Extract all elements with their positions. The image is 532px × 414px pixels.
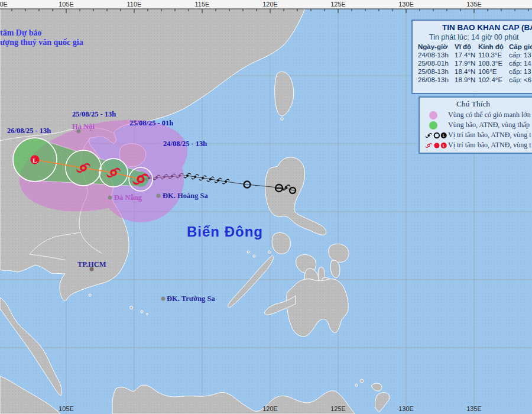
red-storm-markers-icon: L (420, 140, 448, 151)
city-label-danang: Đà Nẵng (114, 193, 142, 202)
low-pressure-L-symbol: L (31, 156, 40, 164)
violet-area-icon (420, 111, 448, 120)
col-header: Vĩ độ (455, 43, 478, 51)
axis-label-bottom: 120E (260, 405, 280, 412)
legend-item: L Vị trí tâm bão, ATNĐ, vùng t (420, 130, 532, 140)
svg-text:L: L (33, 157, 37, 164)
hoangsa-dot (157, 194, 161, 198)
axis-label-bottom: 135E (464, 405, 484, 412)
sea-name-label: Biển Đông (187, 224, 263, 240)
axis-label-top: 105E (56, 1, 76, 8)
truongsa-dot (161, 297, 166, 301)
legend-item: Vùng có thể có gió mạnh lớn (420, 110, 532, 120)
axis-label-top: 110E (124, 1, 144, 8)
track-time-label: 25/08/25 - 13h (72, 110, 116, 119)
danang-dot (108, 196, 112, 200)
svg-text:L: L (443, 133, 445, 137)
track-time-label: 25/08/25 - 01h (129, 119, 173, 128)
bulletin-title: TIN BAO KHAN CAP (BA (413, 21, 532, 32)
axis-label-top: 115E (192, 1, 212, 8)
axis-label-bottom: 130E (396, 405, 416, 412)
agency-credit-line2: ượng thuỷ văn quốc gia (0, 38, 83, 47)
axis-label-top: 125E (328, 1, 348, 8)
label-truong-sa: ĐK. Trường Sa (167, 295, 215, 303)
legend-item: L Vị trí tâm bão, ATNĐ, vùng t (420, 140, 532, 150)
forecast-table-header: Ngày-giờ Vĩ độ Kinh độ Cấp gió (418, 43, 532, 51)
black-storm-markers-icon: L (420, 130, 448, 141)
axis-label-bottom: 105E (56, 405, 76, 412)
forecast-row: 26/08-13h18.9°N 102.4°Ecấp: <6 (418, 76, 532, 84)
forecast-table: Ngày-giờ Vĩ độ Kinh độ Cấp gió 24/08-13h… (418, 43, 532, 84)
warning-bulletin-panel: TIN BAO KHAN CAP (BA Tin phát lúc: 14 gi… (411, 20, 532, 94)
city-label-hanoi: Hà Nội (72, 122, 95, 131)
forecast-row: 24/08-13h17.4°N 110.3°Ecấp: 13 (418, 51, 532, 59)
svg-text:L: L (443, 143, 445, 147)
forecast-row: 25/08-01h17.9°N 108.3°Ecấp: 14 (418, 59, 532, 67)
forecast-row: 25/08-13h18.4°N 106°Ecấp: 13 (418, 67, 532, 76)
col-header: Kinh độ (478, 43, 509, 51)
legend-item: Vùng bão, ATNĐ, vùng thấp (420, 120, 532, 130)
axis-label-bottom: 125E (328, 405, 348, 412)
typhoon-track-map: L 100E 105E 110E 115E 120E 125E 130E 135… (0, 0, 532, 414)
label-hoang-sa: ĐK. Hoàng Sa (163, 192, 208, 200)
axis-label-top: 130E (396, 1, 416, 8)
col-header: Cấp gió (509, 43, 532, 51)
bulletin-issued: Tin phát lúc: 14 giờ 00 phút (413, 32, 532, 43)
green-area-icon (420, 121, 448, 130)
legend-title: Chú Thích (420, 98, 532, 110)
axis-label-top: 120E (260, 1, 280, 8)
city-label-hcmc: TP.HCM (77, 260, 106, 269)
axis-label-top: 100E (0, 1, 10, 8)
axis-label-top: 135E (464, 1, 484, 8)
track-time-label: 26/08/25 - 13h (7, 127, 51, 135)
col-header: Ngày-giờ (418, 43, 455, 51)
agency-credit-line1: tâm Dự báo (0, 28, 42, 38)
legend-panel: Chú Thích Vùng có thể có gió mạnh lớn Vù… (419, 96, 532, 154)
track-time-label: 24/08/25 - 13h (163, 140, 207, 148)
